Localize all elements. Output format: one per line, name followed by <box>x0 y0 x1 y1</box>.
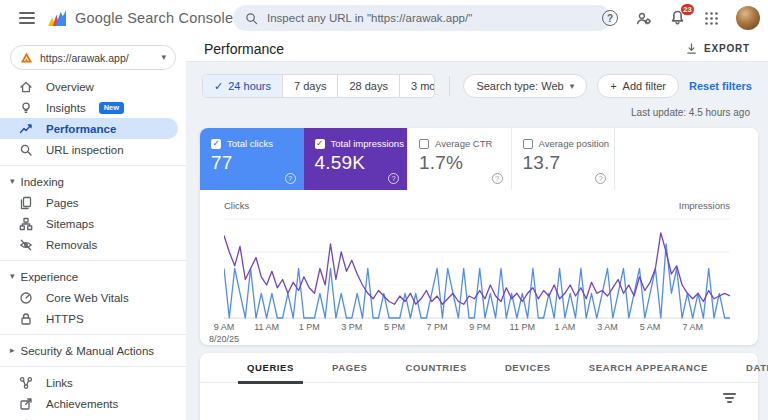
x-tick-label: 3 AM <box>597 322 618 334</box>
chart-axis-labels: Clicks Impressions <box>224 200 730 211</box>
plus-icon: + <box>610 80 616 92</box>
chevron-down-icon: ▾ <box>10 272 15 281</box>
reset-filters-link[interactable]: Reset filters <box>689 80 752 92</box>
right-axis-label: Impressions <box>679 200 730 211</box>
sidebar-divider <box>0 334 186 335</box>
sidebar-item-url-inspection[interactable]: URL inspection <box>0 139 186 160</box>
search-type-button[interactable]: Search type: Web ▾ <box>463 74 587 98</box>
table-filter-icon[interactable] <box>723 393 736 403</box>
x-tick-label: 3 PM <box>341 322 362 334</box>
magnifier-icon <box>19 143 33 157</box>
date-range-3-months[interactable]: 3 months <box>399 75 435 97</box>
app-title: Google Search Console <box>75 10 233 26</box>
chevron-right-icon: ▸ <box>10 346 15 355</box>
checkbox-checked-icon[interactable]: ✓ <box>315 139 325 149</box>
sidebar-section-experience[interactable]: ▾ Experience <box>0 266 186 287</box>
x-tick-label: 5 PM <box>384 322 405 334</box>
help-icon[interactable]: ? <box>492 173 503 184</box>
help-icon[interactable]: ? <box>285 173 296 184</box>
dimensions-table-card: QUERIES PAGES COUNTRIES DEVICES SEARCH A… <box>200 353 758 420</box>
lightbulb-icon <box>19 101 33 115</box>
add-filter-button[interactable]: + Add filter <box>597 74 679 98</box>
sidebar-divider <box>0 366 186 367</box>
user-settings-icon[interactable] <box>635 11 652 26</box>
page-title-bar: Performance EXPORT <box>186 36 768 62</box>
performance-chart-card: ✓ Total clicks 77 ? ✓ Total impressions … <box>200 128 758 345</box>
metric-band-filler <box>614 128 758 190</box>
metric-total-impressions[interactable]: ✓ Total impressions 4.59K ? <box>304 128 408 190</box>
tab-devices[interactable]: DEVICES <box>486 353 570 383</box>
tab-pages[interactable]: PAGES <box>313 353 387 383</box>
tab-queries[interactable]: QUERIES <box>228 353 313 383</box>
links-icon <box>19 376 33 390</box>
help-icon[interactable]: ? <box>595 173 606 184</box>
hamburger-menu-icon[interactable] <box>10 3 44 33</box>
notifications-bell-icon[interactable]: 23 <box>669 9 687 27</box>
export-button[interactable]: EXPORT <box>685 42 750 55</box>
sidebar-item-core-web-vitals[interactable]: Core Web Vitals <box>0 287 186 308</box>
main-content: Performance EXPORT ✓ 24 hours 7 days 28 … <box>186 36 768 420</box>
app-logo[interactable]: Google Search Console <box>46 8 233 29</box>
chevron-down-icon: ▾ <box>10 177 15 186</box>
checkbox-unchecked-icon[interactable] <box>523 139 533 149</box>
lock-icon <box>19 312 33 326</box>
property-selector[interactable]: https://arawak.app/ ▾ <box>10 45 176 70</box>
tab-countries[interactable]: COUNTRIES <box>387 353 486 383</box>
visibility-off-icon <box>19 238 33 252</box>
filter-toolbar: ✓ 24 hours 7 days 28 days 3 months More … <box>202 74 752 98</box>
performance-chart-svg[interactable] <box>224 215 730 319</box>
home-icon <box>19 80 33 94</box>
sidebar-item-performance[interactable]: Performance <box>0 118 178 139</box>
tab-search-appearance[interactable]: SEARCH APPEARANCE <box>570 353 727 383</box>
x-tick-label: 1 PM <box>299 322 320 334</box>
help-icon[interactable]: ? <box>388 173 399 184</box>
check-icon: ✓ <box>214 80 223 93</box>
x-tick-label: 9 AM8/20/25 <box>209 322 239 345</box>
url-inspect-input[interactable] <box>267 12 599 24</box>
sidebar-item-achievements[interactable]: Achievements <box>0 393 186 414</box>
chart-x-ticks: 9 AM8/20/2511 AM1 PM3 PM5 PM7 PM9 PM11 P… <box>200 319 758 345</box>
x-tick-label: 11 AM <box>254 322 279 334</box>
checkbox-unchecked-icon[interactable] <box>419 139 429 149</box>
tab-dates[interactable]: DATES <box>727 353 768 383</box>
notification-count-badge: 23 <box>681 4 694 15</box>
property-favicon <box>20 51 33 64</box>
total-clicks-value: 77 <box>211 152 293 174</box>
sidebar-item-settings[interactable]: ⚙ Settings <box>0 414 186 420</box>
checkbox-checked-icon[interactable]: ✓ <box>211 139 221 149</box>
sidebar-section-security[interactable]: ▸ Security & Manual Actions <box>0 340 186 361</box>
external-badge-icon <box>19 397 33 411</box>
sidebar-item-links[interactable]: Links <box>0 372 186 393</box>
metric-average-ctr[interactable]: Average CTR 1.7% ? <box>407 128 511 190</box>
apps-grid-icon[interactable] <box>704 11 719 26</box>
sidebar-item-pages[interactable]: Pages <box>0 192 186 213</box>
header-action-icons: ? 23 <box>602 0 760 36</box>
gauge-icon <box>19 291 33 305</box>
x-tick-label: 9 PM <box>469 322 490 334</box>
help-icon[interactable]: ? <box>602 10 618 26</box>
top-header-bar: Google Search Console ? 23 <box>0 0 768 36</box>
sidebar-item-sitemaps[interactable]: Sitemaps <box>0 213 186 234</box>
sidebar-item-https[interactable]: HTTPS <box>0 308 186 329</box>
x-tick-label: 7 PM <box>427 322 448 334</box>
avatar[interactable] <box>736 6 760 30</box>
dimension-tabs: QUERIES PAGES COUNTRIES DEVICES SEARCH A… <box>200 353 758 383</box>
search-icon <box>245 12 258 25</box>
date-range-28-days[interactable]: 28 days <box>337 75 399 97</box>
pages-icon <box>19 196 33 210</box>
performance-trend-icon <box>19 122 33 136</box>
date-range-7-days[interactable]: 7 days <box>282 75 337 97</box>
sidebar-item-overview[interactable]: Overview <box>0 76 186 97</box>
date-range-24-hours[interactable]: ✓ 24 hours <box>203 75 282 97</box>
sidebar-section-indexing[interactable]: ▾ Indexing <box>0 171 186 192</box>
url-inspect-searchbar[interactable] <box>233 5 611 31</box>
x-tick-label: 5 AM <box>640 322 661 334</box>
left-axis-label: Clicks <box>224 200 249 211</box>
sidebar-item-removals[interactable]: Removals <box>0 234 186 255</box>
metric-total-clicks[interactable]: ✓ Total clicks 77 ? <box>200 128 304 190</box>
metric-average-position[interactable]: Average position 13.7 ? <box>511 128 615 190</box>
property-url: https://arawak.app/ <box>40 52 154 64</box>
x-tick-label: 7 AM <box>682 322 703 334</box>
sidebar-item-insights[interactable]: Insights New <box>0 97 186 118</box>
x-tick-label: 11 PM <box>510 322 535 334</box>
